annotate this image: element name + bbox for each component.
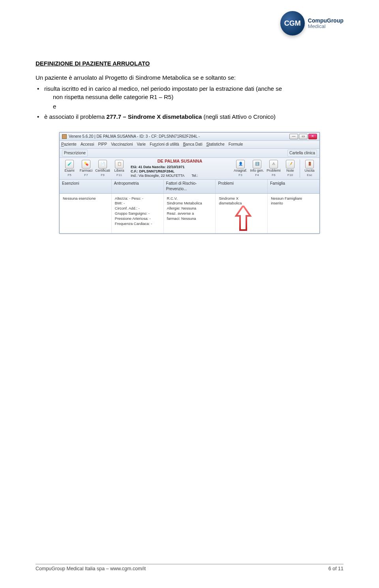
page-footer: CompuGroup Medical Italia spa – www.cgm.… bbox=[36, 564, 343, 571]
patient-name: DE PALMA SUSANNA bbox=[131, 159, 229, 164]
tab-fattori[interactable]: Fattori di Rischio-Prevenzio... bbox=[164, 180, 216, 193]
menubar[interactable]: Paziente Accessi PIPP Vaccinazioni Varie… bbox=[60, 141, 319, 149]
col-problemi: Sindrome X dismetabolica bbox=[216, 194, 268, 233]
footer-right: 6 of 11 bbox=[328, 566, 343, 571]
btn-note-key: F10 bbox=[287, 173, 293, 178]
window-title: Venere 5.6.20 | DE PALMA SUSANNA - ID: 3… bbox=[69, 134, 289, 140]
bullet-1: risulta iscritto ed in carico al medico,… bbox=[44, 84, 343, 111]
titlebar: Venere 5.6.20 | DE PALMA SUSANNA - ID: 3… bbox=[60, 133, 319, 141]
bullet-2-post: (negli stati Attivo o Cronico) bbox=[202, 113, 276, 120]
person-icon: 👤 bbox=[236, 160, 245, 169]
logo-badge: CGM bbox=[280, 11, 305, 36]
btn-certificati[interactable]: 📄 Certificati F9 bbox=[94, 159, 111, 178]
tab-famiglia[interactable]: Famiglia bbox=[268, 180, 319, 193]
note-icon: 📝 bbox=[286, 160, 295, 169]
data-panels: Nessuna esenzione Altezza: - Peso: - BMI… bbox=[60, 194, 319, 233]
app-window: Venere 5.6.20 | DE PALMA SUSANNA - ID: 3… bbox=[59, 132, 320, 234]
btn-uscita-key: Esc bbox=[307, 173, 312, 178]
btn-note-label: Note bbox=[286, 169, 294, 172]
btn-esami-key: F5 bbox=[68, 173, 71, 178]
btn-libera[interactable]: 📋 Libera F11 bbox=[111, 159, 128, 178]
bullet-1-line1: risulta iscritto ed in carico al medico,… bbox=[44, 85, 282, 92]
btn-libera-label: Libera bbox=[114, 169, 124, 172]
btn-anagraf-key: F3 bbox=[238, 173, 242, 178]
btn-certificati-key: F9 bbox=[101, 173, 104, 178]
toolbar: 🧪 Esami F5 💊 Farmaci F7 📄 Certificati F9… bbox=[60, 158, 319, 180]
col-esenzioni: Nessuna esenzione bbox=[60, 194, 112, 233]
famiglia-1: inserito bbox=[271, 201, 316, 206]
app-icon bbox=[62, 134, 67, 139]
fattori-4: farmaci: Nessuna bbox=[167, 216, 212, 221]
btn-uscita[interactable]: 🚪 Uscita Esc bbox=[301, 159, 318, 178]
alert-icon: ⚠ bbox=[269, 160, 278, 169]
tabstrip: Esenzioni Antropometria Fattori di Risch… bbox=[60, 180, 319, 194]
btn-anagraf-label: Anagraf. bbox=[234, 169, 247, 172]
esenzioni-text: Nessuna esenzione bbox=[63, 196, 108, 201]
btn-libera-key: F11 bbox=[116, 173, 122, 178]
doc-icon: 📄 bbox=[98, 160, 107, 169]
btn-uscita-label: Uscita bbox=[304, 169, 314, 172]
col-antropometria: Altezza: - Peso: - BMI: - Circonf. Add.:… bbox=[112, 194, 164, 233]
exit-icon: 🚪 bbox=[305, 160, 314, 169]
antro-1: BMI: - bbox=[115, 201, 160, 206]
btn-infogen-label: Info gen. bbox=[250, 169, 264, 172]
patient-tel: Tel.: bbox=[191, 174, 198, 178]
btn-farmaci-label: Farmaci bbox=[80, 169, 93, 172]
fattori-2: Allergie: Nessuna bbox=[167, 206, 212, 211]
menu-funzioni[interactable]: Funzioni di utilità bbox=[150, 142, 179, 148]
menu-paziente[interactable]: Paziente bbox=[61, 142, 77, 148]
bullet-2-pre: è associato il problema bbox=[44, 113, 107, 120]
tab-problemi[interactable]: Problemi bbox=[216, 180, 268, 193]
intro-text: Un paziente è arruolato al Progetto di S… bbox=[36, 73, 343, 82]
bullet-1-line3: e bbox=[44, 102, 343, 111]
antro-0: Altezza: - Peso: - bbox=[115, 196, 160, 201]
menu-bancadati[interactable]: Banca Dati bbox=[183, 142, 203, 148]
free-icon: 📋 bbox=[115, 160, 124, 169]
footer-left: CompuGroup Medical Italia spa – www.cgm.… bbox=[36, 566, 146, 571]
fattori-0: R.C.V. bbox=[167, 196, 212, 201]
btn-problemi-key: F6 bbox=[272, 173, 275, 178]
svg-marker-0 bbox=[236, 206, 250, 230]
fattori-3: Reaz. avverse a bbox=[167, 211, 212, 216]
btn-anagraf[interactable]: 👤 Anagraf. F3 bbox=[232, 159, 249, 178]
menu-statistiche[interactable]: Statistiche bbox=[206, 142, 225, 148]
btn-esami[interactable]: 🧪 Esami F5 bbox=[61, 159, 78, 178]
btn-problemi[interactable]: ⚠ Problemi F6 bbox=[265, 159, 282, 178]
col-fattori: R.C.V. Sindrome Metabolica Allergie: Nes… bbox=[164, 194, 216, 233]
btn-infogen[interactable]: ℹ️ Info gen. F4 bbox=[249, 159, 265, 178]
col-famiglia: Nessun Famigliare inserito bbox=[268, 194, 319, 233]
tab-antropometria[interactable]: Antropometria bbox=[112, 180, 164, 193]
menu-accessi[interactable]: Accessi bbox=[81, 142, 94, 148]
btn-farmaci-key: F7 bbox=[84, 173, 88, 178]
group-cartella: Cartella clinica bbox=[287, 150, 317, 157]
antro-3: Gruppo Sanguigno: - bbox=[115, 211, 160, 216]
antro-5: Frequenza Cardiaca: - bbox=[115, 221, 160, 227]
pill-icon: 💊 bbox=[82, 160, 90, 169]
btn-esami-label: Esami bbox=[64, 169, 74, 172]
menu-vaccinazioni[interactable]: Vaccinazioni bbox=[111, 142, 133, 148]
patient-cf: C.F.: DPLSNN71R62F284L bbox=[131, 169, 174, 173]
section-heading: DEFINIZIONE DI PAZIENTE ARRUOLATO bbox=[36, 59, 343, 68]
tab-esenzioni[interactable]: Esenzioni bbox=[60, 180, 112, 193]
maximize-button[interactable]: ▭ bbox=[299, 134, 308, 139]
antro-2: Circonf. Add.: - bbox=[115, 206, 160, 211]
info-icon: ℹ️ bbox=[253, 160, 261, 169]
menu-formule[interactable]: Formule bbox=[229, 142, 243, 148]
btn-problemi-label: Problemi bbox=[266, 169, 281, 172]
logo-line2: Medical bbox=[308, 24, 343, 29]
menu-varie[interactable]: Varie bbox=[137, 142, 146, 148]
close-button[interactable]: ✕ bbox=[308, 134, 317, 139]
logo-line1: CompuGroup bbox=[308, 18, 343, 24]
btn-farmaci[interactable]: 💊 Farmaci F7 bbox=[78, 159, 94, 178]
btn-certificati-label: Certificati bbox=[95, 169, 110, 172]
fattori-1: Sindrome Metabolica bbox=[167, 201, 212, 206]
highlight-arrow-icon bbox=[235, 206, 252, 232]
patient-info: DE PALMA SUSANNA Età: 41 Data Nascita: 2… bbox=[128, 159, 232, 178]
flask-icon: 🧪 bbox=[65, 160, 74, 169]
famiglia-0: Nessun Famigliare bbox=[271, 196, 316, 201]
menu-pipp[interactable]: PIPP bbox=[98, 142, 107, 148]
problemi-0: Sindrome X bbox=[219, 196, 264, 201]
btn-note[interactable]: 📝 Note F10 bbox=[282, 159, 298, 178]
group-prescrizione: Prescrizione bbox=[62, 150, 88, 157]
minimize-button[interactable]: — bbox=[289, 134, 298, 139]
